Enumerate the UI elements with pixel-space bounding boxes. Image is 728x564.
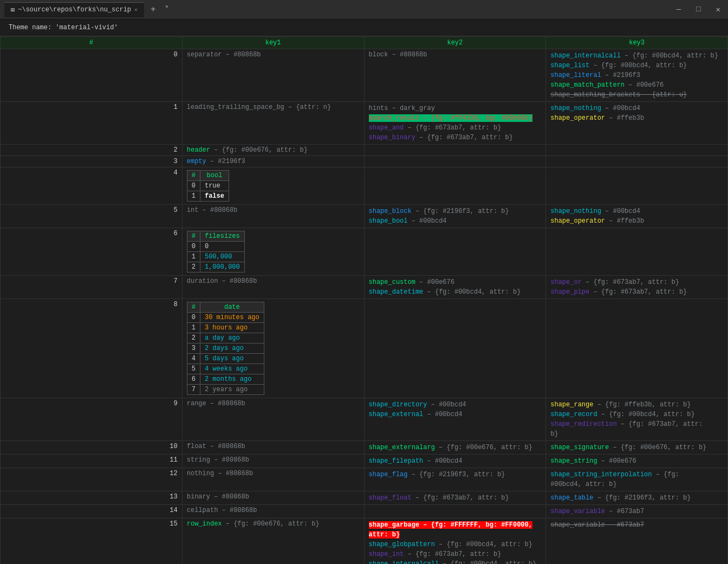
row-key1: # filesizes 0 0 1 500,000: [182, 228, 364, 276]
row-index: 3: [1, 156, 183, 167]
inner-idx: 2: [187, 333, 200, 343]
tab-close-button[interactable]: ✕: [134, 7, 138, 13]
row-index: 11: [1, 455, 183, 468]
filesizes-inner-table: # filesizes 0 0 1 500,000: [187, 231, 245, 273]
inner-val: 3 hours ago: [200, 323, 264, 333]
data-table: # key1 key2 key3 0 separator – #80868b b…: [0, 36, 728, 564]
inner-idx: 0: [187, 181, 200, 191]
row-index: 2: [1, 145, 183, 156]
inner-val months-ago-cell: 2 months ago: [200, 374, 264, 385]
inner-idx: 6: [187, 374, 200, 385]
row-key2: [364, 156, 546, 167]
inner-val: a day ago: [200, 333, 264, 343]
row-key2: shape_block – {fg: #2196f3, attr: b} sha…: [364, 205, 546, 228]
inner-val: 1,000,000: [200, 262, 244, 273]
row-key3: shape_internalcall – {fg: #00bcd4, attr:…: [546, 49, 728, 102]
inner-idx: 4: [187, 354, 200, 364]
new-tab-button[interactable]: +: [148, 5, 158, 15]
inner-idx: 5: [187, 364, 200, 374]
inner-row: 2 1,000,000: [187, 262, 244, 273]
inner-row: 7 2 years ago: [187, 385, 264, 395]
table-row: 6 # filesizes 0 0: [1, 228, 728, 276]
row-key2: [364, 299, 546, 398]
row-key1: # date 0 30 minutes ago 1 3 hours: [182, 299, 364, 398]
inner-idx: 2: [187, 262, 200, 273]
row-key3: shape_signature – {fg: #00e676, attr: b}: [546, 441, 728, 455]
inner-col-date: date: [200, 302, 264, 313]
row-key1: cellpath – #80868b: [182, 505, 364, 518]
inner-row: 2 a day ago: [187, 333, 264, 343]
table-row: 13 binary – #80868b shape_float – {fg: #…: [1, 491, 728, 505]
col-index-header: #: [1, 37, 183, 49]
inner-idx: 0: [187, 242, 200, 252]
table-row: 12 nothing – #80868b shape_flag – {fg: #…: [1, 468, 728, 491]
minimize-button[interactable]: —: [673, 4, 684, 15]
inner-row: 3 2 days ago: [187, 343, 264, 354]
row-index: 8: [1, 299, 183, 398]
row-key1: duration – #80868b: [182, 276, 364, 299]
titlebar: ⊞ ~\source\repos\forks\nu_scrip ✕ + ˅ — …: [0, 0, 728, 20]
row-key3: shape_or – {fg: #673ab7, attr: b} shape_…: [546, 276, 728, 299]
row-key1: header – {fg: #00e676, attr: b}: [182, 145, 364, 156]
row-index: 14: [1, 505, 183, 518]
inner-val: 2 days ago: [200, 343, 264, 354]
row-index: 12: [1, 468, 183, 491]
row-key2: shape_float – {fg: #673ab7, attr: b}: [364, 491, 546, 505]
row-key3: shape_table – {fg: #2196f3, attr: b}: [546, 491, 728, 505]
row-key3: [546, 228, 728, 276]
table-row: 15 row_index – {fg: #00e676, attr: b} sh…: [1, 518, 728, 565]
row-key3: shape_variable – #673ab7: [546, 518, 728, 565]
table-row: 2 header – {fg: #00e676, attr: b}: [1, 145, 728, 156]
row-index: 7: [1, 276, 183, 299]
table-row: 5 int – #80868b shape_block – {fg: #2196…: [1, 205, 728, 228]
row-key2: shape_externalarg – {fg: #00e676, attr: …: [364, 441, 546, 455]
inner-idx: 0: [187, 313, 200, 323]
row-key1: float – #80868b: [182, 441, 364, 455]
tab-label: ~\source\repos\forks\nu_scrip: [18, 6, 131, 14]
inner-idx: 3: [187, 343, 200, 354]
row-key3: [546, 299, 728, 398]
row-index: 4: [1, 167, 183, 205]
inner-idx: 1: [187, 252, 200, 262]
row-key2: hints – dark_gray search_result – {fg: #…: [364, 102, 546, 145]
row-key3: [546, 167, 728, 205]
row-key3: shape_string_interpolation – {fg: #00bcd…: [546, 468, 728, 491]
theme-line: Theme name: 'material-vivid': [0, 20, 728, 36]
row-key3: shape_nothing – #00bcd4 shape_operator –…: [546, 205, 728, 228]
row-key1: # bool 0 true 1 false: [182, 167, 364, 205]
inner-val: 4 weeks ago: [200, 364, 264, 374]
dropdown-button[interactable]: ˅: [162, 4, 171, 15]
row-key3: [546, 156, 728, 167]
row-key1: int – #80868b: [182, 205, 364, 228]
inner-val: 5 days ago: [200, 354, 264, 364]
main-content: # key1 key2 key3 0 separator – #80868b b…: [0, 36, 728, 564]
row-key3: shape_string – #00e676: [546, 455, 728, 468]
row-key1: string – #80868b: [182, 455, 364, 468]
row-key3: shape_nothing – #00bcd4 shape_operator –…: [546, 102, 728, 145]
inner-col-filesizes: filesizes: [200, 231, 244, 242]
table-row: 7 duration – #80868b shape_custom – #00e…: [1, 276, 728, 299]
row-key1: nothing – #80868b: [182, 468, 364, 491]
table-row: 11 string – #80868b shape_filepath – #00…: [1, 455, 728, 468]
inner-val: 2 years ago: [200, 385, 264, 395]
date-inner-table: # date 0 30 minutes ago 1 3 hours: [187, 302, 264, 395]
row-key2: shape_directory – #00bcd4 shape_external…: [364, 398, 546, 441]
row-index: 15: [1, 518, 183, 565]
inner-val: false: [200, 191, 229, 202]
terminal-tab[interactable]: ⊞ ~\source\repos\forks\nu_scrip ✕: [4, 2, 144, 17]
row-key3: [546, 145, 728, 156]
inner-val: 500,000: [200, 252, 244, 262]
row-index: 6: [1, 228, 183, 276]
inner-col-bool: bool: [200, 171, 229, 181]
row-key1: binary – #80868b: [182, 491, 364, 505]
table-row: 3 empty – #2196f3: [1, 156, 728, 167]
row-index: 1: [1, 102, 183, 145]
maximize-button[interactable]: □: [693, 4, 704, 15]
row-key2: shape_custom – #00e676 shape_datetime – …: [364, 276, 546, 299]
row-key2: [364, 505, 546, 518]
row-key3: shape_range – {fg: #ffeb3b, attr: b} sha…: [546, 398, 728, 441]
row-key2: [364, 145, 546, 156]
close-button[interactable]: ✕: [713, 4, 724, 15]
table-row: 0 separator – #80868b block – #80868b sh…: [1, 49, 728, 102]
row-key3: shape_variable – #673ab7: [546, 505, 728, 518]
